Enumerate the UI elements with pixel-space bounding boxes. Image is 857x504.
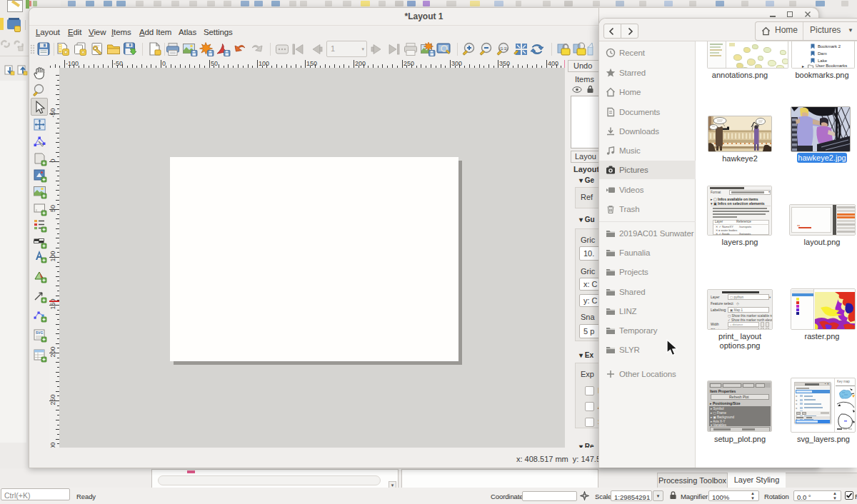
svg-text:(1:1): (1:1) bbox=[499, 46, 507, 51]
svg-text:SVG: SVG bbox=[36, 331, 44, 335]
